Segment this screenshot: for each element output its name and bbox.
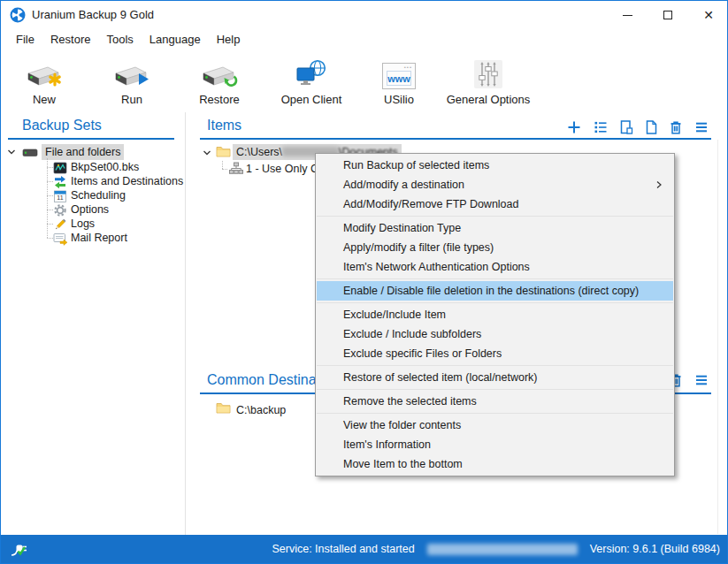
items-menu-button[interactable]: [694, 119, 709, 135]
drive-new-icon: [13, 52, 75, 89]
toolbar-new-button[interactable]: New: [13, 52, 75, 107]
tree-connector: [47, 181, 53, 182]
paste-item-button[interactable]: [618, 119, 634, 135]
chart-icon: [53, 161, 67, 175]
menu-separator: [317, 413, 673, 414]
hamburger-icon: [694, 372, 709, 388]
menu-separator: [317, 278, 673, 279]
minimize-icon: [623, 15, 632, 16]
menu-language[interactable]: Language: [142, 29, 209, 50]
sitemap-icon: [229, 162, 243, 175]
tree-connector: [47, 195, 53, 196]
document-icon: [643, 119, 659, 135]
folder-icon: [216, 401, 231, 414]
menu-item-view-folder-contents[interactable]: View the folder contents: [317, 415, 673, 435]
plug-icon: [10, 541, 29, 557]
tree-item-bkpset[interactable]: BkpSet00.bks: [71, 160, 139, 174]
drive-run-icon: [101, 52, 163, 89]
menu-separator: [317, 365, 673, 366]
tree-item-scheduling[interactable]: Scheduling: [71, 188, 126, 202]
calendar-icon: 11: [53, 189, 67, 203]
general-options-icon: [444, 52, 533, 89]
plus-icon: [569, 122, 580, 133]
chevron-down-icon[interactable]: [203, 149, 211, 157]
app-icon: [10, 7, 26, 23]
drive-restore-icon: [188, 52, 250, 89]
close-icon: ✕: [703, 9, 714, 21]
version-text: Version: 9.6.1 (Build 6984): [590, 543, 720, 555]
tree-connector: [222, 169, 227, 170]
panel-edge-line: [717, 140, 718, 534]
www-text: www: [387, 71, 411, 86]
transfer-icon: [53, 175, 67, 189]
menu-item-run-backup[interactable]: Run Backup of selected items: [317, 156, 673, 175]
toolbar-open-client-button[interactable]: Open Client: [272, 52, 351, 107]
menu-item-ftp-download[interactable]: Add/Modify/Remove FTP Download: [317, 194, 673, 214]
panel-divider[interactable]: [185, 112, 186, 535]
delete-item-button[interactable]: [668, 119, 684, 135]
menu-item-apply-filter[interactable]: Apply/modify a filter (file types): [317, 238, 673, 257]
menu-item-exclude-include-subfolders[interactable]: Exclude / Include subfolders: [317, 324, 673, 344]
add-item-button[interactable]: [566, 119, 582, 135]
status-bar: Service: Installed and started Version: …: [1, 535, 727, 563]
tree-connector: [47, 158, 48, 238]
tree-item-mail-report[interactable]: Mail Report: [71, 231, 127, 245]
trash-icon: [668, 119, 684, 135]
usilio-icon: ••• www: [368, 52, 430, 89]
menu-item-exclude-include-item[interactable]: Exclude/Include Item: [317, 305, 673, 324]
menu-tools[interactable]: Tools: [98, 29, 141, 50]
window-title: Uranium Backup 9 Gold: [32, 1, 154, 29]
context-menu: Run Backup of selected items Add/modify …: [315, 153, 675, 476]
gear-icon: [53, 203, 67, 217]
maximize-button[interactable]: [648, 2, 688, 28]
list-icon: [593, 119, 609, 135]
items-tree-child[interactable]: 1 - Use Only C: [246, 162, 318, 176]
menu-item-move-to-bottom[interactable]: Move Item to the bottom: [317, 454, 673, 474]
menu-item-modify-destination-type[interactable]: Modify Destination Type: [317, 218, 673, 238]
menu-help[interactable]: Help: [209, 29, 249, 50]
minimize-button[interactable]: [607, 2, 648, 28]
items-title: Items: [207, 118, 241, 133]
toolbar-run-label: Run: [101, 93, 163, 106]
new-document-button[interactable]: [643, 119, 659, 135]
menu-file[interactable]: File: [8, 29, 42, 50]
redacted-status-text: [427, 544, 578, 555]
pencil-icon: [53, 217, 67, 232]
chevron-down-icon[interactable]: [7, 148, 16, 156]
destination-item[interactable]: C:\backup: [236, 403, 286, 417]
chevron-right-icon: [655, 180, 663, 189]
toolbar-run-button[interactable]: Run: [101, 52, 163, 107]
toolbar-open-client-label: Open Client: [272, 93, 351, 106]
toolbar-new-label: New: [13, 93, 75, 106]
tree-item-options[interactable]: Options: [71, 202, 109, 217]
menu-item-remove-selected[interactable]: Remove the selected items: [317, 392, 673, 411]
backup-sets-title: Backup Sets: [22, 118, 102, 133]
tree-connector: [47, 210, 53, 210]
window-dots-icon: •••: [404, 65, 412, 69]
list-view-button[interactable]: [593, 119, 609, 135]
calendar-day-text: 11: [57, 194, 63, 201]
maximize-icon: [663, 11, 672, 19]
menu-restore[interactable]: Restore: [42, 29, 99, 50]
paste-icon: [618, 119, 634, 135]
path-prefix: C:\Users\: [236, 146, 282, 158]
toolbar-general-options-button[interactable]: General Options: [444, 52, 533, 107]
toolbar-restore-button[interactable]: Restore: [188, 52, 250, 107]
menu-item-add-destination[interactable]: Add/modify a destination: [317, 175, 673, 194]
close-button[interactable]: ✕: [688, 2, 728, 28]
menu-item-enable-disable-deletion[interactable]: Enable / Disable file deletion in the de…: [317, 281, 673, 301]
folder-icon: [216, 145, 231, 157]
mail-report-icon: [53, 232, 68, 246]
menu-item-restore-selected[interactable]: Restore of selected item (local/network): [317, 368, 673, 387]
drive-icon: [22, 147, 38, 158]
menu-item-items-information[interactable]: Item's Information: [317, 435, 673, 454]
tree-item-logs[interactable]: Logs: [71, 217, 95, 231]
tree-item-file-and-folders[interactable]: File and folders: [42, 144, 124, 160]
destinations-menu-button[interactable]: [694, 372, 709, 388]
title-bar: Uranium Backup 9 Gold ✕: [1, 1, 727, 29]
tree-item-items-destinations[interactable]: Items and Destinations: [71, 174, 183, 188]
menu-item-exclude-specific[interactable]: Exclude specific Files or Folders: [317, 344, 673, 363]
toolbar-usilio-button[interactable]: ••• www USilio: [368, 52, 430, 107]
menu-item-network-auth[interactable]: Item's Network Authentication Options: [317, 257, 673, 277]
menu-separator: [317, 216, 673, 217]
